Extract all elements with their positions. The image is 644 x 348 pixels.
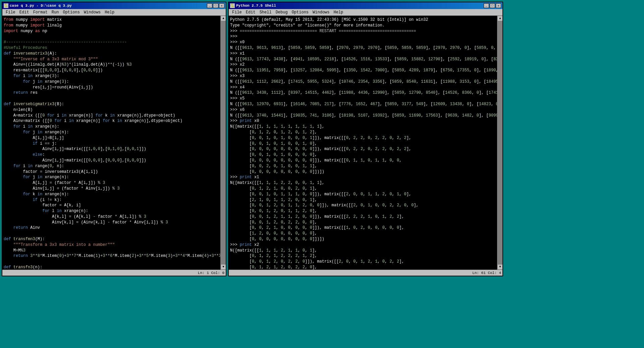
right-window: 🐍 Python 2.7.5 Shell _ □ ✕ File Edit She… xyxy=(228,2,503,276)
right-scroll-up-btn[interactable]: ▲ xyxy=(497,16,502,21)
right-menu-bar: File Edit Shell Debug Options Windows He… xyxy=(229,9,502,16)
right-menu-shell[interactable]: Shell xyxy=(258,10,274,15)
right-menu-file[interactable]: File xyxy=(230,10,244,15)
close-button[interactable]: ✕ xyxy=(219,3,224,8)
left-window-icon: 🐍 xyxy=(4,3,8,8)
minimize-button[interactable]: _ xyxy=(207,3,212,8)
scroll-down-btn[interactable]: ▼ xyxy=(221,264,226,270)
right-status-text: Ln: 61 Col: 4 xyxy=(472,271,501,275)
right-maximize-button[interactable]: □ xyxy=(490,3,495,8)
right-close-button[interactable]: ✕ xyxy=(496,3,501,8)
right-status-bar: Ln: 61 Col: 4 xyxy=(229,270,502,276)
left-status-bar: Ln: 1 Col: 0 xyxy=(2,270,226,276)
left-window-controls: _ □ ✕ xyxy=(207,3,224,8)
menu-help[interactable]: Help xyxy=(103,10,116,15)
right-scroll-down-btn[interactable]: ▼ xyxy=(497,264,502,270)
right-minimize-button[interactable]: _ xyxy=(484,3,489,8)
right-window-icon: 🐍 xyxy=(230,3,235,8)
right-menu-help[interactable]: Help xyxy=(332,10,345,15)
menu-file[interactable]: File xyxy=(4,10,17,15)
right-window-title: Python 2.7.5 Shell xyxy=(236,4,484,8)
right-scroll-track xyxy=(497,21,502,264)
editor-wrapper: from numpy import matrix from numpy impo… xyxy=(2,16,226,270)
scroll-up-btn[interactable]: ▲ xyxy=(221,16,226,21)
right-title-bar: 🐍 Python 2.7.5 Shell _ □ ✕ xyxy=(229,2,502,9)
right-menu-edit[interactable]: Edit xyxy=(244,10,258,15)
menu-windows[interactable]: Windows xyxy=(82,10,103,15)
left-scrollbar[interactable]: ▲ ▼ xyxy=(220,16,226,270)
right-scrollbar[interactable]: ▲ ▼ xyxy=(497,16,502,270)
right-window-controls: _ □ ✕ xyxy=(484,3,501,8)
code-editor[interactable]: from numpy import matrix from numpy impo… xyxy=(2,16,220,270)
menu-edit[interactable]: Edit xyxy=(17,10,31,15)
right-menu-options[interactable]: Options xyxy=(290,10,311,15)
left-title-bar: 🐍 case q 3.py - D:\case q 3.py _ □ ✕ xyxy=(2,2,226,9)
shell-output[interactable]: Python 2.7.5 (default, May 15 2013, 22:4… xyxy=(229,16,497,270)
maximize-button[interactable]: □ xyxy=(213,3,218,8)
menu-options[interactable]: Options xyxy=(61,10,82,15)
scroll-track xyxy=(221,21,226,264)
right-editor-wrapper: Python 2.7.5 (default, May 15 2013, 22:4… xyxy=(229,16,502,270)
menu-run[interactable]: Run xyxy=(50,10,61,15)
left-window-title: case q 3.py - D:\case q 3.py xyxy=(10,4,207,8)
left-menu-bar: File Edit Format Run Options Windows Hel… xyxy=(2,9,226,16)
right-menu-debug[interactable]: Debug xyxy=(274,10,290,15)
left-window: 🐍 case q 3.py - D:\case q 3.py _ □ ✕ Fil… xyxy=(2,2,226,276)
left-status-text: Ln: 1 Col: 0 xyxy=(198,271,224,275)
right-menu-windows[interactable]: Windows xyxy=(311,10,331,15)
menu-format[interactable]: Format xyxy=(31,10,50,15)
